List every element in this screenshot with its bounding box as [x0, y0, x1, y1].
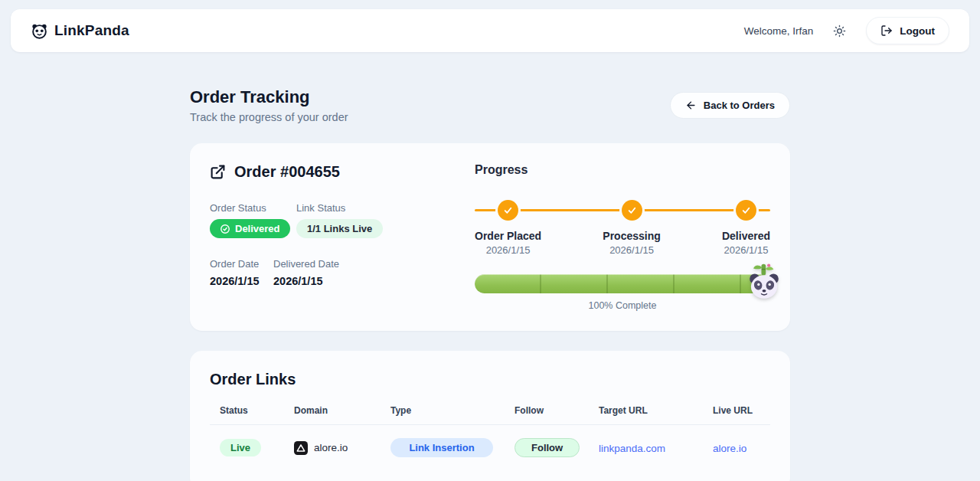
domain-cell: alore.io — [294, 441, 390, 455]
brand-logo[interactable]: LinkPanda — [31, 22, 129, 40]
logout-icon — [880, 25, 893, 37]
table-row: Live alore.io Link Insertion Follow link… — [210, 425, 770, 470]
step-label: Order Placed — [475, 230, 541, 242]
step-date: 2026/1/15 — [724, 244, 769, 256]
step-check-dot — [622, 200, 642, 221]
step-processing: Processing 2026/1/15 — [603, 200, 660, 256]
check-circle-icon — [220, 224, 230, 234]
external-link-icon — [210, 164, 226, 180]
col-type: Type — [390, 405, 514, 416]
back-to-orders-label: Back to Orders — [704, 100, 775, 111]
progress-title: Progress — [475, 163, 770, 177]
col-target-url: Target URL — [599, 405, 713, 416]
target-url-link[interactable]: linkpanda.com — [599, 443, 665, 454]
live-status-badge: Live — [220, 439, 261, 456]
sun-icon — [833, 25, 846, 38]
panda-logo-icon — [31, 22, 48, 40]
progress-section: Progress Order Placed 2026/1/15 — [475, 163, 770, 311]
main-content: Order Tracking Track the progress of you… — [190, 87, 790, 481]
follow-badge: Follow — [514, 438, 580, 457]
domain-text: alore.io — [314, 442, 348, 453]
page-subtitle: Track the progress of your order — [190, 111, 348, 123]
order-number-title: Order #004655 — [234, 163, 340, 181]
step-order-placed: Order Placed 2026/1/15 — [475, 200, 541, 256]
delivered-date-value: 2026/1/15 — [273, 275, 441, 287]
link-type-badge: Link Insertion — [390, 438, 493, 457]
col-status: Status — [220, 405, 294, 416]
logout-button[interactable]: Logout — [866, 17, 949, 44]
logout-label: Logout — [900, 25, 935, 37]
domain-favicon — [294, 441, 308, 455]
link-status-badge: 1/1 Links Live — [296, 219, 383, 238]
col-domain: Domain — [294, 405, 390, 416]
delivered-date-label: Delivered Date — [273, 258, 441, 270]
top-navbar: LinkPanda Welcome, Irfan Logout — [11, 9, 969, 52]
step-check-dot — [736, 200, 756, 221]
link-status-label: Link Status — [296, 202, 441, 214]
live-url-link[interactable]: alore.io — [713, 443, 746, 454]
table-header-row: Status Domain Type Follow Target URL Liv… — [210, 405, 770, 425]
progress-percent-text: 100% Complete — [475, 300, 770, 311]
order-date-value: 2026/1/15 — [210, 275, 273, 287]
progress-bar-fill — [475, 274, 770, 293]
col-follow: Follow — [514, 405, 599, 416]
order-links-title: Order Links — [210, 371, 770, 388]
back-to-orders-button[interactable]: Back to Orders — [670, 92, 790, 119]
step-date: 2026/1/15 — [609, 244, 654, 256]
order-status-label: Order Status — [210, 202, 296, 214]
step-check-dot — [498, 200, 518, 221]
step-date: 2026/1/15 — [486, 244, 531, 256]
panda-progress-icon — [748, 262, 780, 301]
theme-toggle-button[interactable] — [830, 21, 849, 41]
order-summary-card: Order #004655 Order Status Link Status D… — [190, 143, 790, 331]
brand-name: LinkPanda — [54, 22, 129, 39]
step-delivered: Delivered 2026/1/15 — [722, 200, 770, 256]
step-label: Delivered — [722, 230, 770, 242]
order-links-table: Status Domain Type Follow Target URL Liv… — [210, 405, 770, 470]
page-title: Order Tracking — [190, 87, 348, 107]
order-links-card: Order Links Status Domain Type Follow Ta… — [190, 351, 790, 481]
order-date-label: Order Date — [210, 258, 273, 270]
step-label: Processing — [603, 230, 660, 242]
order-status-badge: Delivered — [210, 219, 290, 238]
welcome-text: Welcome, Irfan — [744, 25, 814, 37]
progress-bar-track — [475, 274, 770, 293]
arrow-left-icon — [685, 100, 697, 111]
col-live-url: Live URL — [713, 405, 770, 416]
